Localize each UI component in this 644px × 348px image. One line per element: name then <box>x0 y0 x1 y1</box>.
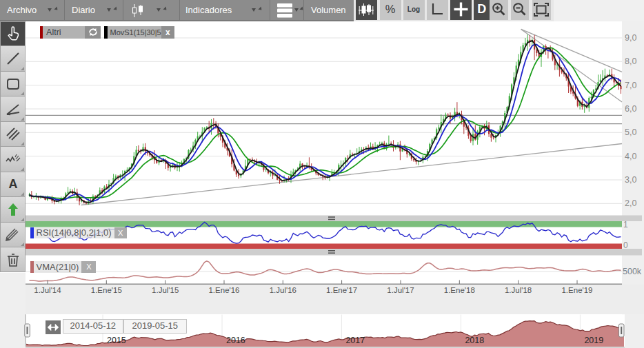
svg-text:500k: 500k <box>623 267 642 276</box>
svg-text:2015: 2015 <box>107 336 126 345</box>
svg-text:7,0: 7,0 <box>625 81 636 90</box>
svg-text:1.Jul'18: 1.Jul'18 <box>505 286 532 294</box>
svg-text:2,0: 2,0 <box>625 198 636 208</box>
svg-text:1.Ene'18: 1.Ene'18 <box>444 286 475 294</box>
svg-text:4,0: 4,0 <box>625 152 636 161</box>
svg-text:1.Ene'15: 1.Ene'15 <box>91 286 122 294</box>
svg-text:1.Jul'16: 1.Jul'16 <box>270 286 296 294</box>
svg-text:A: A <box>8 177 17 191</box>
svg-text:0: 0 <box>623 240 628 250</box>
svg-text:2019: 2019 <box>584 336 603 345</box>
svg-text:2018: 2018 <box>465 336 484 345</box>
svg-text:1.Ene'16: 1.Ene'16 <box>208 286 239 294</box>
svg-text:1.Ene'19: 1.Ene'19 <box>561 286 592 294</box>
svg-text:2016: 2016 <box>226 336 245 345</box>
svg-text:8,0: 8,0 <box>625 57 636 66</box>
svg-text:6,0: 6,0 <box>625 104 636 114</box>
svg-text:9,0: 9,0 <box>625 33 636 43</box>
svg-text:5,0: 5,0 <box>625 127 636 137</box>
svg-text:1.Ene'17: 1.Ene'17 <box>326 286 357 294</box>
svg-text:1: 1 <box>623 220 628 229</box>
svg-text:1.Jul'14: 1.Jul'14 <box>34 286 61 294</box>
svg-text:3,0: 3,0 <box>625 175 636 185</box>
svg-text:1.Jul'15: 1.Jul'15 <box>152 286 179 294</box>
svg-text:1.Jul'17: 1.Jul'17 <box>387 286 414 294</box>
svg-text:2017: 2017 <box>345 336 365 345</box>
